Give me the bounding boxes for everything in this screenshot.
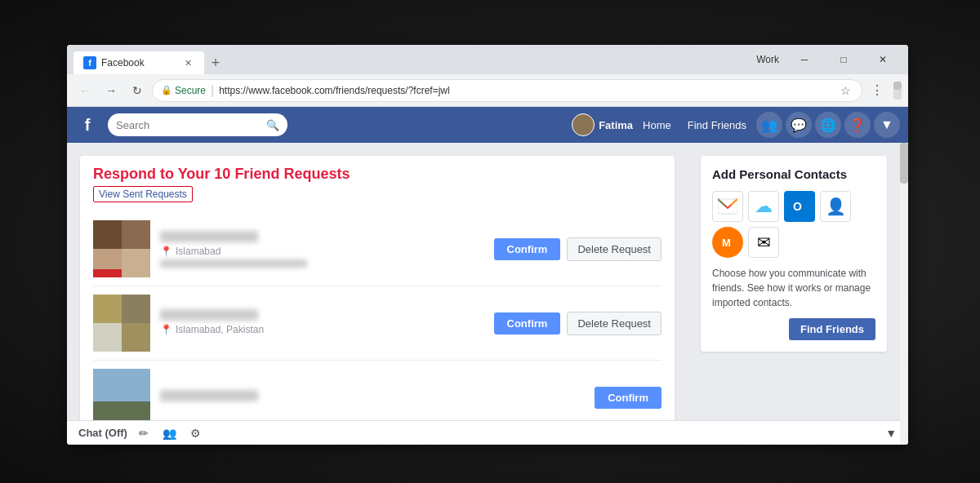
section-header: Respond to Your 10 Friend Requests View … — [93, 166, 662, 202]
request-name-3 — [160, 390, 258, 401]
request-actions-1: Confirm Delete Request — [494, 237, 662, 261]
secure-badge: 🔒 Secure — [161, 85, 206, 96]
chat-settings-icon[interactable]: ⚙ — [186, 423, 206, 443]
delete-button-2[interactable]: Delete Request — [567, 312, 662, 335]
tab-area: f Facebook ✕ + — [74, 45, 750, 74]
bookmark-icon[interactable]: ☆ — [837, 82, 853, 99]
browser-menu-button[interactable]: ⋮ — [866, 79, 889, 102]
heading-suffix: Friend Requests — [230, 166, 350, 182]
chat-bar: Chat (Off) ✏ 👥 ⚙ ▼ — [67, 420, 908, 445]
request-extra-1 — [160, 259, 307, 268]
table-row: 📍 Islamabad Confirm Delete Request — [93, 212, 662, 286]
delete-button-1[interactable]: Delete Request — [567, 237, 662, 261]
scrollbar-track[interactable] — [893, 82, 902, 100]
page-scrollbar[interactable] — [900, 143, 908, 445]
url-separator: | — [211, 83, 214, 98]
svg-text:M: M — [722, 237, 731, 249]
find-friends-button[interactable]: Find Friends — [789, 318, 875, 340]
request-info-1: 📍 Islamabad — [160, 231, 484, 268]
request-location-2: 📍 Islamabad, Pakistan — [160, 324, 484, 335]
search-icon: 🔍 — [266, 119, 279, 131]
chat-expand-icon[interactable]: ▼ — [885, 427, 897, 440]
fb-help-icon[interactable]: ❓ — [844, 112, 871, 138]
fb-find-friends-link[interactable]: Find Friends — [681, 119, 753, 131]
tab-favicon: f — [83, 56, 96, 69]
location-text-1: Islamabad — [176, 246, 220, 257]
fb-dropdown-icon[interactable]: ▼ — [874, 112, 900, 138]
request-avatar-1 — [93, 220, 150, 277]
sidebar-card-title: Add Personal Contacts — [712, 167, 875, 181]
confirm-button-3[interactable]: Confirm — [595, 387, 662, 409]
fb-user-name: Fatima — [599, 119, 633, 131]
forward-button[interactable]: → — [100, 79, 122, 102]
email-icon[interactable]: ✉ — [748, 227, 779, 258]
url-bar[interactable]: 🔒 Secure | https://www.facebook.com/frie… — [152, 79, 862, 102]
request-avatar-2 — [93, 295, 150, 352]
add-contacts-card: Add Personal Contacts ☁ O 👤 M ✉ — [701, 156, 887, 352]
browser-window: f Facebook ✕ + Work ─ □ ✕ ← → ↻ 🔒 Secure… — [67, 45, 908, 445]
view-sent-requests-link[interactable]: View Sent Requests — [93, 186, 193, 202]
avatar-accent — [93, 269, 122, 277]
avatar-br — [122, 323, 150, 352]
icloud-icon[interactable]: ☁ — [748, 191, 779, 222]
avatar-image-2 — [93, 295, 150, 352]
request-name-2 — [160, 309, 258, 321]
window-controls: ─ □ ✕ — [786, 45, 902, 74]
fb-search-bar[interactable]: 🔍 — [108, 113, 287, 136]
fb-main: Respond to Your 10 Friend Requests View … — [67, 143, 908, 445]
active-tab[interactable]: f Facebook ✕ — [74, 51, 204, 74]
fb-logo-icon[interactable]: f — [75, 113, 100, 137]
title-bar: f Facebook ✕ + Work ─ □ ✕ — [67, 45, 908, 74]
contact-icons-row: ☁ O 👤 M ✉ — [712, 191, 875, 258]
tab-title: Facebook — [101, 57, 176, 69]
address-bar: ← → ↻ 🔒 Secure | https://www.facebook.co… — [67, 74, 908, 107]
avatar-sky — [93, 369, 150, 401]
fb-friends-icon[interactable]: 👥 — [756, 112, 782, 138]
chat-label: Chat (Off) — [78, 427, 127, 439]
avatar-left — [93, 220, 122, 249]
restore-button[interactable]: □ — [825, 45, 862, 74]
lock-icon: 🔒 — [161, 85, 172, 95]
request-actions-3: Confirm — [595, 387, 662, 409]
confirm-button-2[interactable]: Confirm — [494, 312, 561, 335]
gmail-icon[interactable] — [712, 191, 743, 222]
minimize-button[interactable]: ─ — [786, 45, 823, 74]
fb-content: Respond to Your 10 Friend Requests View … — [67, 143, 688, 445]
table-row: 📍 Islamabad, Pakistan Confirm Delete Req… — [93, 286, 662, 361]
confirm-button-1[interactable]: Confirm — [494, 238, 561, 260]
svg-text:O: O — [793, 200, 802, 213]
location-icon: 📍 — [160, 246, 172, 257]
sidebar-description: Choose how you communicate with friends.… — [712, 266, 875, 310]
msn-icon[interactable]: M — [712, 227, 743, 258]
request-info-2: 📍 Islamabad, Pakistan — [160, 309, 484, 338]
outlook-icon[interactable]: O — [784, 191, 815, 222]
fb-messenger-icon[interactable]: 💬 — [786, 112, 812, 138]
secure-label: Secure — [175, 85, 206, 96]
friend-requests-section: Respond to Your 10 Friend Requests View … — [80, 156, 675, 444]
fb-search-input[interactable] — [116, 119, 261, 131]
request-location-1: 📍 Islamabad — [160, 246, 484, 257]
request-info-3 — [160, 390, 585, 405]
fb-user-profile[interactable]: Fatima — [572, 113, 633, 136]
heading-count: 10 — [214, 166, 230, 182]
addressbook-icon[interactable]: 👤 — [820, 191, 851, 222]
reload-button[interactable]: ↻ — [126, 79, 149, 102]
avatar-tr — [122, 295, 150, 323]
avatar-bl — [93, 323, 122, 352]
fb-navbar: f 🔍 Fatima Home Find Friends 👥 💬 🌐 ❓ ▼ — [67, 107, 908, 143]
back-button[interactable]: ← — [74, 79, 96, 102]
chat-friends-icon[interactable]: 👥 — [160, 423, 180, 443]
fb-nav-right: Fatima Home Find Friends 👥 💬 🌐 ❓ ▼ — [572, 112, 900, 138]
fb-globe-icon[interactable]: 🌐 — [815, 112, 841, 138]
tab-close-button[interactable]: ✕ — [181, 56, 194, 69]
avatar-image-3 — [93, 369, 150, 426]
request-actions-2: Confirm Delete Request — [494, 312, 662, 335]
section-title: Respond to Your 10 Friend Requests — [93, 166, 662, 183]
chat-edit-icon[interactable]: ✏ — [134, 423, 154, 443]
close-button[interactable]: ✕ — [864, 45, 902, 74]
fb-sidebar: Add Personal Contacts ☁ O 👤 M ✉ — [688, 143, 900, 445]
window-label: Work — [750, 54, 786, 65]
fb-home-link[interactable]: Home — [636, 119, 678, 131]
heading-prefix: Respond to Your — [93, 166, 214, 182]
new-tab-button[interactable]: + — [204, 51, 227, 74]
